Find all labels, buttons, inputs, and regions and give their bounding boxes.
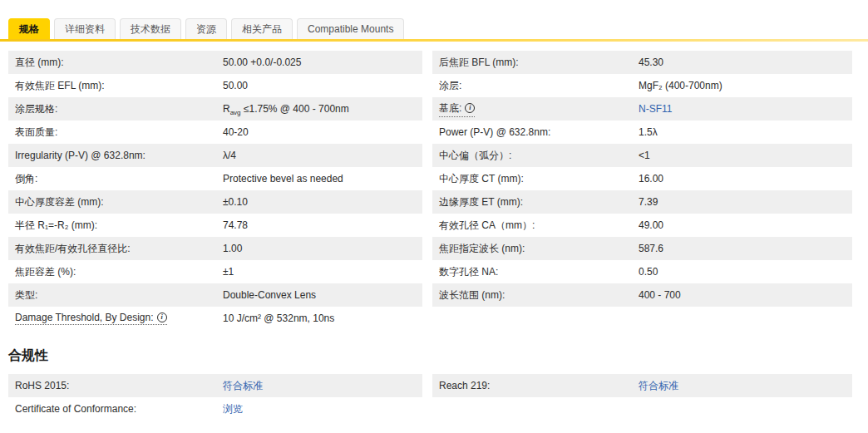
tab-technical-data[interactable]: 技术数据	[120, 18, 181, 39]
spec-row: 涂层规格:Ravg ≤1.75% @ 400 - 700nm	[8, 97, 422, 121]
compliance-heading: 合规性	[8, 347, 868, 365]
spec-value: 50.00	[223, 80, 416, 91]
spec-row: 焦距指定波长 (nm):587.6	[432, 237, 852, 260]
spec-section: 直径 (mm):50.00 +0.0/-0.025有效焦距 EFL (mm):5…	[0, 51, 868, 330]
compliance-section: RoHS 2015:符合标准Certificate of Conformance…	[0, 374, 868, 421]
spec-label: Certificate of Conformance:	[15, 403, 223, 415]
spec-value: 45.30	[639, 57, 846, 68]
spec-value: Double-Convex Lens	[223, 289, 416, 301]
spec-value: 0.50	[639, 266, 846, 278]
spec-value: λ/4	[223, 150, 416, 161]
certificate-of-conformance-link[interactable]: 浏览	[223, 402, 416, 416]
spec-row: 直径 (mm):50.00 +0.0/-0.025	[8, 51, 422, 74]
spec-value: Protective bevel as needed	[223, 173, 416, 185]
tab-details[interactable]: 详细资料	[54, 18, 116, 39]
spec-label: 中心厚度 CT (mm):	[439, 172, 639, 186]
spec-table-left: 直径 (mm):50.00 +0.0/-0.025有效焦距 EFL (mm):5…	[8, 51, 422, 330]
spec-label: Damage Threshold, By Design:i	[15, 312, 223, 325]
spec-row: 类型:Double-Convex Lens	[8, 283, 422, 307]
tab-bar: 规格详细资料技术数据资源相关产品Compatible Mounts	[0, 18, 868, 39]
rohs-2015-link[interactable]: 符合标准	[223, 379, 416, 393]
spec-value: Ravg ≤1.75% @ 400 - 700nm	[223, 103, 416, 115]
compliance-table-right: Reach 219:符合标准	[432, 374, 852, 421]
spec-label: 后焦距 BFL (mm):	[439, 56, 639, 70]
spec-row: 焦距容差 (%):±1	[8, 260, 422, 283]
reach-219-link[interactable]: 符合标准	[639, 379, 846, 393]
spec-label: 波长范围 (nm):	[439, 288, 639, 303]
spec-label: 数字孔径 NA:	[439, 265, 639, 279]
spec-row: Reach 219:符合标准	[432, 374, 852, 397]
spec-value: ±0.10	[223, 196, 416, 208]
spec-label: 半径 R₁=-R₂ (mm):	[15, 219, 223, 233]
spec-label: 焦距指定波长 (nm):	[439, 242, 639, 256]
product-spec-page: 规格详细资料技术数据资源相关产品Compatible Mounts 直径 (mm…	[0, 18, 868, 421]
spec-value: 49.00	[639, 219, 846, 231]
spec-row: 有效孔径 CA（mm）:49.00	[432, 214, 852, 237]
spec-row: Damage Threshold, By Design:i10 J/cm² @ …	[8, 307, 422, 330]
spec-row: 基底:iN-SF11	[432, 97, 852, 121]
spec-value: 1.00	[223, 243, 416, 254]
spec-row: Power (P-V) @ 632.8nm:1.5λ	[432, 121, 852, 144]
spec-label: 有效焦距 EFL (mm):	[15, 79, 223, 93]
spec-value: 7.39	[639, 196, 846, 208]
tab-related-products[interactable]: 相关产品	[231, 18, 293, 39]
spec-value: <1	[639, 150, 846, 161]
spec-label: Reach 219:	[439, 380, 639, 391]
spec-value: 587.6	[639, 243, 846, 254]
spec-label: 有效孔径 CA（mm）:	[439, 219, 639, 233]
spec-value: MgF₂ (400-700nm)	[639, 80, 846, 91]
substrate-info-icon[interactable]: i	[465, 103, 475, 113]
spec-value: ±1	[223, 266, 416, 278]
spec-row: 有效焦距/有效孔径直径比:1.00	[8, 237, 422, 260]
spec-row: 中心厚度容差 (mm):±0.10	[8, 190, 422, 214]
spec-value: 74.78	[223, 219, 416, 231]
spec-value: 50.00 +0.0/-0.025	[223, 57, 416, 68]
spec-value: 40-20	[223, 126, 416, 138]
spec-label: 类型:	[15, 288, 223, 303]
spec-value: 1.5λ	[639, 126, 846, 138]
tab-specs[interactable]: 规格	[8, 18, 50, 39]
damage-threshold-info-icon[interactable]: i	[157, 312, 167, 322]
spec-row: 倒角:Protective bevel as needed	[8, 167, 422, 190]
spec-row: 表面质量:40-20	[8, 121, 422, 144]
spec-row: RoHS 2015:符合标准	[8, 374, 422, 397]
spec-value: 10 J/cm² @ 532nm, 10ns	[223, 312, 416, 324]
spec-label: 焦距容差 (%):	[15, 265, 223, 279]
spec-label: 涂层:	[439, 79, 639, 93]
spec-table-right: 后焦距 BFL (mm):45.30涂层:MgF₂ (400-700nm)基底:…	[432, 51, 852, 330]
spec-value: 16.00	[639, 173, 846, 185]
spec-label-text: Damage Threshold, By Design:	[15, 312, 154, 323]
spec-label: RoHS 2015:	[15, 380, 223, 391]
spec-label: 直径 (mm):	[15, 56, 223, 70]
spec-row: 涂层:MgF₂ (400-700nm)	[432, 74, 852, 97]
tooltip-label[interactable]: 基底:i	[439, 101, 475, 117]
spec-label: 中心偏（弧分）:	[439, 149, 639, 163]
spec-label: 中心厚度容差 (mm):	[15, 195, 223, 209]
tab-underline	[0, 39, 868, 42]
spec-row: 后焦距 BFL (mm):45.30	[432, 51, 852, 74]
spec-row: 边缘厚度 ET (mm):7.39	[432, 190, 852, 214]
spec-row: 有效焦距 EFL (mm):50.00	[8, 74, 422, 97]
spec-label: 涂层规格:	[15, 102, 223, 116]
compliance-table-left: RoHS 2015:符合标准Certificate of Conformance…	[8, 374, 422, 421]
tab-compatible-mounts[interactable]: Compatible Mounts	[297, 18, 404, 39]
spec-label: 边缘厚度 ET (mm):	[439, 195, 639, 209]
spec-label: 表面质量:	[15, 125, 223, 140]
tab-resources[interactable]: 资源	[185, 18, 227, 39]
spec-label: Irregularity (P-V) @ 632.8nm:	[15, 150, 223, 161]
spec-row: 中心偏（弧分）:<1	[432, 144, 852, 167]
spec-row: 中心厚度 CT (mm):16.00	[432, 167, 852, 190]
spec-label: 倒角:	[15, 172, 223, 186]
spec-row: 半径 R₁=-R₂ (mm):74.78	[8, 214, 422, 237]
spec-row: 数字孔径 NA:0.50	[432, 260, 852, 283]
spec-row: Irregularity (P-V) @ 632.8nm:λ/4	[8, 144, 422, 167]
spec-label: 基底:i	[439, 101, 639, 117]
tooltip-label[interactable]: Damage Threshold, By Design:i	[15, 312, 167, 325]
substrate-link[interactable]: N-SF11	[639, 103, 846, 115]
spec-value: 400 - 700	[639, 289, 846, 301]
spec-label-text: 基底:	[439, 101, 461, 116]
spec-row: 波长范围 (nm):400 - 700	[432, 283, 852, 307]
spec-label: Power (P-V) @ 632.8nm:	[439, 126, 639, 138]
spec-row: Certificate of Conformance:浏览	[8, 397, 422, 421]
spec-label: 有效焦距/有效孔径直径比:	[15, 242, 223, 256]
